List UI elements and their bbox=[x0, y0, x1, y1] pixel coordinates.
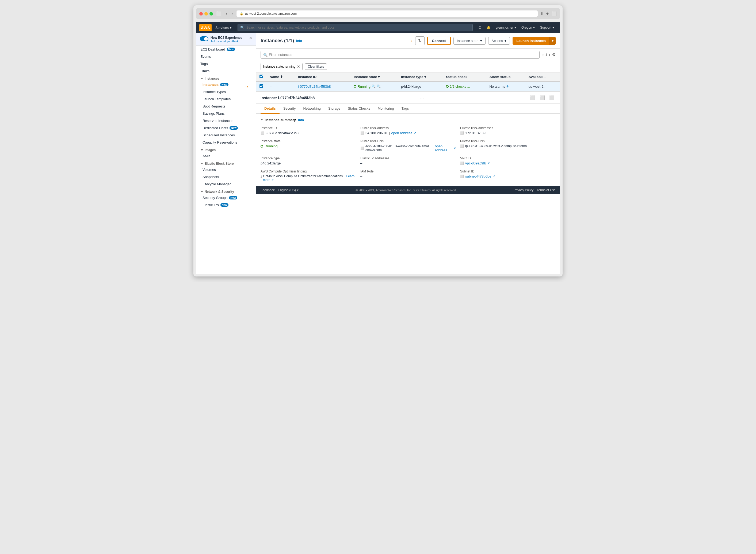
vpc-id-link[interactable]: vpc-839ac9fb bbox=[465, 161, 486, 165]
sidebar-item-snapshots[interactable]: Snapshots bbox=[198, 173, 256, 180]
row-checkbox-cell[interactable]: → bbox=[256, 81, 266, 91]
sidebar-item-spot-requests[interactable]: Spot Requests bbox=[198, 103, 256, 110]
open-address-link[interactable]: open address bbox=[391, 131, 412, 135]
copy-icon[interactable]: ⬜ bbox=[460, 131, 464, 135]
region-button[interactable]: Oregon ▾ bbox=[519, 26, 538, 30]
sidebar-toggle-button[interactable]: ⬜ bbox=[215, 11, 222, 16]
connect-button[interactable]: Connect bbox=[427, 37, 451, 45]
sidebar-item-capacity-reservations[interactable]: Capacity Reservations bbox=[198, 139, 256, 146]
support-button[interactable]: Support ▾ bbox=[538, 26, 557, 30]
external-link-icon-4[interactable]: ↗ bbox=[271, 178, 274, 181]
close-button[interactable] bbox=[199, 12, 203, 15]
th-name[interactable]: Name ⬆ bbox=[266, 72, 295, 81]
sidebar-item-amis[interactable]: AMIs bbox=[198, 152, 256, 160]
sidebar-item-reserved-instances[interactable]: Reserved Instances bbox=[198, 117, 256, 124]
add-alarm-button[interactable]: + bbox=[506, 84, 509, 89]
sidebar-item-scheduled-instances[interactable]: Scheduled Instances bbox=[198, 131, 256, 139]
tab-networking[interactable]: Networking bbox=[300, 104, 324, 114]
copy-icon[interactable]: ⬜ bbox=[460, 162, 464, 165]
settings-icon[interactable]: ⚙ bbox=[552, 52, 556, 57]
instance-state-button[interactable]: Instance state ▾ bbox=[453, 37, 486, 45]
sidebar-item-security-groups[interactable]: Security Groups New bbox=[198, 194, 256, 201]
copy-icon[interactable]: ⬜ bbox=[360, 131, 364, 135]
row-checkbox[interactable] bbox=[259, 84, 263, 88]
sidebar-section-instances[interactable]: ▼ Instances bbox=[196, 74, 256, 81]
zoom-in-icon[interactable]: 🔍 bbox=[371, 85, 375, 88]
sidebar-item-dedicated-hosts[interactable]: Dedicated Hosts New bbox=[198, 124, 256, 131]
sidebar-item-volumes[interactable]: Volumes bbox=[198, 166, 256, 173]
tab-tags[interactable]: Tags bbox=[398, 104, 412, 114]
split-view-button[interactable]: ⬜ bbox=[529, 95, 536, 101]
summary-info-link[interactable]: Info bbox=[298, 118, 304, 122]
privacy-policy-link[interactable]: Privacy Policy bbox=[514, 188, 534, 192]
sidebar-section-ebs[interactable]: ▼ Elastic Block Store bbox=[196, 160, 256, 166]
sidebar-item-limits[interactable]: Limits bbox=[196, 67, 256, 74]
filter-input[interactable] bbox=[261, 51, 540, 59]
launch-instances-dropdown-button[interactable]: ▾ bbox=[550, 37, 556, 45]
tab-status-checks[interactable]: Status Checks bbox=[344, 104, 374, 114]
global-search-input[interactable] bbox=[238, 24, 473, 31]
back-button[interactable]: ‹ bbox=[225, 11, 228, 16]
full-screen-button[interactable]: ⬜ bbox=[539, 95, 546, 101]
sidebar-item-launch-templates[interactable]: Launch Templates bbox=[198, 96, 256, 103]
windows-icon[interactable]: ⬜ bbox=[551, 11, 557, 16]
subnet-id-link[interactable]: subnet-f478b6be bbox=[465, 174, 492, 178]
close-detail-button[interactable]: ⬜ bbox=[548, 95, 556, 101]
share-icon[interactable]: ⬆ bbox=[540, 11, 544, 16]
language-chevron-icon[interactable]: ▾ bbox=[297, 188, 299, 192]
forward-button[interactable]: › bbox=[230, 11, 234, 16]
copy-icon[interactable]: ⬜ bbox=[460, 145, 464, 148]
th-instance-type[interactable]: Instance type ▾ bbox=[398, 72, 443, 81]
external-link-icon[interactable]: ↗ bbox=[414, 131, 416, 135]
actions-button[interactable]: Actions ▾ bbox=[488, 37, 510, 45]
field-public-ipv4: Public IPv4 address ⬜ 54.188.206.81 | op… bbox=[360, 126, 456, 135]
tab-storage[interactable]: Storage bbox=[324, 104, 344, 114]
select-all-checkbox[interactable] bbox=[259, 74, 263, 78]
new-tab-icon[interactable]: + bbox=[546, 11, 549, 16]
terminal-button[interactable]: ⬡ bbox=[476, 26, 484, 30]
th-instance-id[interactable]: Instance ID bbox=[295, 72, 351, 81]
bell-button[interactable]: 🔔 bbox=[484, 26, 493, 30]
external-link-icon-5[interactable]: ↗ bbox=[493, 175, 495, 178]
copy-icon[interactable]: ⬜ bbox=[360, 147, 364, 150]
sidebar-item-ec2-dashboard[interactable]: EC2 Dashboard New bbox=[196, 46, 256, 53]
external-link-icon-3[interactable]: ↗ bbox=[488, 162, 490, 165]
row-status-check[interactable]: 2/2 checks ... bbox=[443, 81, 486, 91]
maximize-button[interactable] bbox=[209, 12, 213, 15]
close-icon[interactable]: ✕ bbox=[249, 36, 252, 40]
launch-instances-button[interactable]: Launch instances bbox=[513, 37, 550, 45]
copy-icon[interactable]: ⬜ bbox=[460, 175, 464, 178]
sidebar-section-network[interactable]: ▼ Network & Security bbox=[196, 188, 256, 194]
th-instance-state[interactable]: Instance state ▾ bbox=[350, 72, 398, 81]
clear-filters-button[interactable]: Clear filters bbox=[305, 63, 327, 70]
prev-page-button[interactable]: ‹ bbox=[542, 52, 544, 57]
copy-icon[interactable]: ⬜ bbox=[261, 131, 264, 135]
new-experience-toggle[interactable] bbox=[200, 36, 208, 41]
instances-info-link[interactable]: Info bbox=[296, 39, 302, 43]
language-selector[interactable]: English (US) bbox=[278, 188, 296, 192]
services-button[interactable]: Services ▾ bbox=[213, 26, 234, 30]
refresh-button[interactable]: ↻ bbox=[415, 36, 424, 45]
terms-of-use-link[interactable]: Terms of Use bbox=[537, 188, 556, 192]
external-link-icon-2[interactable]: ↗ bbox=[453, 147, 456, 150]
minimize-button[interactable] bbox=[204, 12, 208, 15]
zoom-out-icon[interactable]: 🔍 bbox=[377, 85, 381, 88]
drag-handle-icon[interactable]: ⋯ bbox=[419, 95, 424, 101]
sidebar-item-lifecycle-manager[interactable]: Lifecycle Manager bbox=[198, 180, 256, 188]
user-button[interactable]: glenn.jocher ▾ bbox=[493, 26, 519, 30]
sidebar-section-images[interactable]: ▼ Images bbox=[196, 146, 256, 152]
tab-security[interactable]: Security bbox=[280, 104, 300, 114]
next-page-button[interactable]: › bbox=[549, 52, 550, 57]
new-experience-link[interactable]: Tell us what you think bbox=[210, 40, 242, 43]
tab-details[interactable]: Details bbox=[261, 104, 280, 114]
sidebar-item-tags[interactable]: Tags bbox=[196, 60, 256, 67]
sidebar-item-events[interactable]: Events bbox=[196, 53, 256, 60]
remove-filter-button[interactable]: ✕ bbox=[297, 64, 300, 69]
sidebar-item-elastic-ips[interactable]: Elastic IPs New bbox=[198, 201, 256, 209]
sidebar-item-savings-plans[interactable]: Savings Plans bbox=[198, 110, 256, 117]
tab-monitoring[interactable]: Monitoring bbox=[374, 104, 398, 114]
feedback-link[interactable]: Feedback bbox=[261, 188, 275, 192]
row-instance-id[interactable]: i-0770d7b24fa45f3b8 bbox=[295, 81, 351, 91]
open-address-link-2[interactable]: open address bbox=[435, 144, 452, 152]
select-all-header[interactable] bbox=[256, 72, 266, 81]
